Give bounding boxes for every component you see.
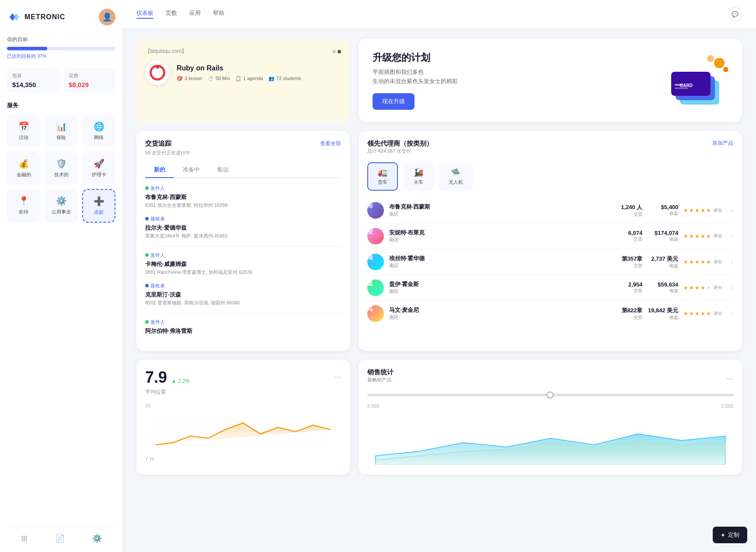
view-all-link[interactable]: 查看全部 xyxy=(320,140,341,147)
service-item-insurance[interactable]: 📊 保险 xyxy=(45,115,78,147)
sales-title: 销售统计 xyxy=(367,368,394,377)
delivery-item-1r: 接收者 拉尔夫·爱德华兹 里家大道2464号 梅萨, 新泽西州 45463 xyxy=(145,216,341,239)
avg-more-icon[interactable]: ··· xyxy=(334,373,341,382)
finance-icon: 💰 xyxy=(18,158,29,169)
service-name-care: 护理卡 xyxy=(92,171,106,178)
topnav-right: 💬 xyxy=(728,7,742,21)
service-item-finance[interactable]: 💰 金融的 xyxy=(7,152,40,185)
status-dot-3 xyxy=(145,320,149,324)
svg-point-5 xyxy=(723,67,728,72)
course-info: Ruby on Rails 🎯 3 lesson ⏱️ 50 Min xyxy=(177,64,341,81)
tab-shipping[interactable]: 船运 xyxy=(209,162,237,178)
agent-rev-label-1: 收益 xyxy=(648,210,678,217)
service-item-network[interactable]: 🌐 网络 xyxy=(82,115,115,147)
service-item-hospitality[interactable]: 📍 欢待 xyxy=(7,189,40,223)
agent-transactions-1: 1,240 人 xyxy=(612,203,642,211)
budget-row: 预算 $14,350 花费 $8,029 xyxy=(7,68,115,93)
agent-arrow-2[interactable]: › xyxy=(731,233,733,240)
agent-rev-label-5: 收益 xyxy=(648,314,678,321)
service-name-insurance: 保险 xyxy=(56,134,66,141)
agent-transactions-4: 2,954 xyxy=(612,281,642,288)
sender-address-1: 6391 埃尔全全塞莱斯, 特拉华州 10299 xyxy=(145,202,341,209)
sender-label-2: 发件人 xyxy=(145,252,341,259)
students-icon: 👥 xyxy=(268,76,275,81)
drone-icon: 🛸 xyxy=(451,168,460,177)
course-meta: 🎯 3 lesson ⏱️ 50 Min 📋 1 agenda xyxy=(177,76,341,81)
customize-button[interactable]: ✦ 定制 xyxy=(713,527,747,543)
activity-icon: 📅 xyxy=(18,121,29,132)
file-icon[interactable]: 📄 xyxy=(55,534,65,543)
cat-label-truck: 货车 xyxy=(378,179,387,185)
svg-point-3 xyxy=(714,58,725,68)
course-logo-inner xyxy=(150,65,165,80)
dot-1 xyxy=(332,50,336,53)
service-item-care[interactable]: 🚀 护理卡 xyxy=(82,152,115,185)
course-students: 👥 72 students xyxy=(268,76,301,81)
service-item-utility[interactable]: ⚙️ 公用事业 xyxy=(45,189,78,223)
user-avatar[interactable]: 👤 xyxy=(99,9,115,25)
agent-arrow-1[interactable]: › xyxy=(731,207,733,214)
agent-arrow-4[interactable]: › xyxy=(731,284,733,291)
nav-help[interactable]: 帮助 xyxy=(213,9,224,19)
service-name-hospitality: 欢待 xyxy=(19,209,28,215)
progress-bar xyxy=(7,47,115,50)
cat-tab-truck[interactable]: 🚛 货车 xyxy=(367,162,398,191)
sales-card: 销售统计 最畅销产品 ··· 3,000 2,500 xyxy=(359,360,742,475)
budget-label: 预算 xyxy=(12,73,54,79)
upgrade-svg: CARD xyxy=(658,54,728,107)
tab-new[interactable]: 新的 xyxy=(145,162,174,178)
agent-name-2: 安妮特·布莱克 xyxy=(389,229,607,237)
chat-icon[interactable]: 💬 xyxy=(728,7,742,21)
service-name-activity: 活动 xyxy=(19,134,28,141)
delivery-title: 交货追踪 xyxy=(145,140,171,148)
agent-revenue-5: 19,842 美元 xyxy=(648,307,678,314)
course-logo xyxy=(145,60,170,85)
agent-rev-label-3: 收益 xyxy=(648,263,678,269)
add-product-button[interactable]: 添加产品 xyxy=(712,140,733,147)
dot-2 xyxy=(338,50,341,53)
service-item-add[interactable]: ➕ 添新 xyxy=(82,189,115,223)
services-label: 服务 xyxy=(7,101,115,109)
nav-pages[interactable]: 页数 xyxy=(166,9,177,19)
cat-tab-train[interactable]: 🚂 火车 xyxy=(403,162,434,191)
agent-arrow-3[interactable]: › xyxy=(731,259,733,266)
agent-region-3: 南区 xyxy=(389,262,607,269)
agent-rating-1: ★★★★★ 评分 xyxy=(683,207,722,213)
avg-trend: ▲ 2.2% xyxy=(171,378,190,384)
agent-rating-5: ★★★★★ 评分 xyxy=(683,311,722,317)
status-dot-1r xyxy=(145,217,149,220)
sales-header: 销售统计 最畅销产品 ··· xyxy=(367,368,734,389)
settings-icon[interactable]: ⚙️ xyxy=(92,534,102,543)
cat-label-train: 火车 xyxy=(414,179,423,185)
service-item-tech[interactable]: 🛡️ 技术的 xyxy=(45,152,78,185)
agent-avatar-4: 盖 xyxy=(367,279,384,296)
agent-row-2: 安 安妮特·布莱克 南区 6,074 交货 $174,074 收益 xyxy=(367,224,734,249)
course-url-text: 【biqubiqu.com】 xyxy=(145,48,187,55)
sidebar-footer: ⊞ 📄 ⚙️ xyxy=(7,526,115,543)
receiver-label-1: 接收者 xyxy=(145,216,341,222)
layers-icon[interactable]: ⊞ xyxy=(21,534,28,543)
sales-range-slider[interactable] xyxy=(367,394,734,396)
nav-apps[interactable]: 应用 xyxy=(189,9,201,19)
sender-label-1: 发件人 xyxy=(145,185,341,192)
tab-preparing[interactable]: 准备中 xyxy=(174,162,209,178)
cat-tab-drone[interactable]: 🛸 无人机 xyxy=(439,162,473,191)
sales-chart-labels: 3,000 2,500 xyxy=(367,403,734,409)
svg-point-4 xyxy=(707,55,714,62)
delivery-header: 交货追踪 查看全部 xyxy=(145,140,341,148)
upgrade-illustration: CARD xyxy=(658,54,728,107)
nav-dashboard[interactable]: 仪表板 xyxy=(136,9,153,19)
logo: METRONIC xyxy=(7,12,65,22)
agent-rating-2: ★★★★★ 评分 xyxy=(683,233,722,239)
sales-more-icon[interactable]: ··· xyxy=(727,374,733,383)
course-title: Ruby on Rails xyxy=(177,64,341,72)
service-item-activity[interactable]: 📅 活动 xyxy=(7,115,40,147)
sender-name-3: 阿尔伯特·弗洛雷斯 xyxy=(145,327,341,335)
agent-arrow-5[interactable]: › xyxy=(731,310,733,317)
avg-header: 7.9 ▲ 2.2% ··· xyxy=(145,368,341,387)
service-name-add: 添新 xyxy=(94,209,104,216)
agents-title-group: 领先代理商（按类别） 总计 424,567 次交付 xyxy=(367,140,433,161)
upgrade-button[interactable]: 现在升级 xyxy=(373,93,415,110)
bottom-row: 7.9 ▲ 2.2% ··· 平均位置 10 xyxy=(136,360,742,475)
agent-info-3: 埃丝特·霍华德 南区 xyxy=(389,255,607,269)
